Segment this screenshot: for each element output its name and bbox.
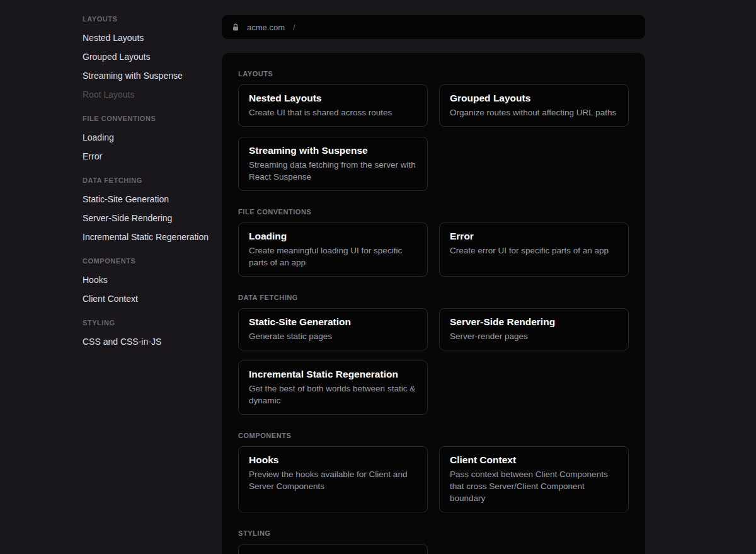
sidebar-item-incremental-static-regeneration[interactable]: Incremental Static Regeneration: [83, 228, 222, 246]
sidebar-item-client-context[interactable]: Client Context: [83, 289, 222, 308]
section-label: COMPONENTS: [238, 432, 629, 440]
card-description: Server-render pages: [450, 330, 618, 342]
card-description: Streaming data fetching from the server …: [249, 159, 417, 183]
card-description: Organize routes without affecting URL pa…: [450, 107, 618, 118]
card-grid: Loading Create meaningful loading UI for…: [238, 222, 629, 277]
sidebar-section-label: COMPONENTS: [83, 257, 222, 265]
sidebar-item-root-layouts: Root Layouts: [83, 85, 222, 104]
card-description: Pass context between Client Components t…: [450, 468, 618, 504]
app-window: LAYOUTS Nested Layouts Grouped Layouts S…: [0, 0, 756, 554]
card-title: Streaming with Suspense: [249, 144, 417, 157]
address-domain: acme.com: [247, 23, 285, 32]
content-panel: LAYOUTS Nested Layouts Create UI that is…: [222, 53, 645, 554]
sidebar-section-file-conventions: FILE CONVENTIONS Loading Error: [83, 114, 222, 166]
main-content: acme.com / LAYOUTS Nested Layouts Create…: [222, 0, 645, 554]
card-loading[interactable]: Loading Create meaningful loading UI for…: [238, 222, 428, 277]
main-section-file-conventions: FILE CONVENTIONS Loading Create meaningf…: [238, 208, 629, 277]
section-label: STYLING: [238, 529, 629, 538]
sidebar-section-layouts: LAYOUTS Nested Layouts Grouped Layouts S…: [83, 14, 222, 104]
main-section-components: COMPONENTS Hooks Preview the hooks avail…: [238, 432, 629, 512]
main-section-styling: STYLING CSS and CSS-in-JS Preview the su…: [238, 529, 629, 554]
card-description: Create UI that is shared across routes: [249, 107, 417, 118]
card-grid: Static-Site Generation Generate static p…: [238, 308, 629, 415]
section-label: LAYOUTS: [238, 70, 629, 78]
sidebar-section-label: LAYOUTS: [83, 14, 222, 23]
card-client-context[interactable]: Client Context Pass context between Clie…: [439, 446, 629, 512]
sidebar-section-label: DATA FETCHING: [83, 176, 222, 185]
sidebar-section-data-fetching: DATA FETCHING Static-Site Generation Ser…: [83, 176, 222, 246]
card-grouped-layouts[interactable]: Grouped Layouts Organize routes without …: [439, 84, 629, 127]
sidebar-section-label: FILE CONVENTIONS: [83, 114, 222, 123]
card-server-side-rendering[interactable]: Server-Side Rendering Server-render page…: [439, 308, 629, 350]
address-bar: acme.com /: [222, 15, 645, 39]
card-static-site-generation[interactable]: Static-Site Generation Generate static p…: [238, 308, 428, 350]
card-grid: CSS and CSS-in-JS Preview the supported …: [238, 544, 629, 554]
card-title: Server-Side Rendering: [450, 315, 618, 328]
card-hooks[interactable]: Hooks Preview the hooks available for Cl…: [238, 446, 428, 512]
sidebar-section-styling: STYLING CSS and CSS-in-JS: [83, 318, 222, 351]
sidebar-item-static-site-generation[interactable]: Static-Site Generation: [83, 190, 222, 209]
card-title: Client Context: [450, 453, 618, 466]
lock-icon: [232, 23, 239, 32]
card-title: Hooks: [249, 453, 417, 466]
card-streaming-with-suspense[interactable]: Streaming with Suspense Streaming data f…: [238, 137, 428, 191]
card-description: Preview the hooks available for Client a…: [249, 468, 417, 492]
sidebar-section-label: STYLING: [83, 318, 222, 327]
card-title: Loading: [249, 229, 417, 243]
card-grid: Hooks Preview the hooks available for Cl…: [238, 446, 629, 512]
main-section-layouts: LAYOUTS Nested Layouts Create UI that is…: [238, 70, 629, 191]
sidebar-item-css-and-css-in-js[interactable]: CSS and CSS-in-JS: [83, 332, 222, 351]
card-description: Create meaningful loading UI for specifi…: [249, 245, 417, 268]
sidebar-item-grouped-layouts[interactable]: Grouped Layouts: [83, 47, 222, 66]
card-description: Create error UI for specific parts of an…: [450, 245, 618, 257]
card-title: Incremental Static Regeneration: [249, 367, 417, 381]
card-title: Static-Site Generation: [249, 315, 417, 328]
sidebar: LAYOUTS Nested Layouts Grouped Layouts S…: [0, 0, 222, 554]
card-incremental-static-regeneration[interactable]: Incremental Static Regeneration Get the …: [238, 361, 428, 415]
card-title: Grouped Layouts: [450, 91, 618, 105]
address-path: /: [293, 23, 295, 32]
section-label: DATA FETCHING: [238, 294, 629, 302]
card-title: Nested Layouts: [249, 91, 417, 105]
sidebar-item-streaming-with-suspense[interactable]: Streaming with Suspense: [83, 66, 222, 85]
sidebar-item-error[interactable]: Error: [83, 147, 222, 166]
card-grid: Nested Layouts Create UI that is shared …: [238, 84, 629, 191]
sidebar-item-nested-layouts[interactable]: Nested Layouts: [83, 28, 222, 47]
card-nested-layouts[interactable]: Nested Layouts Create UI that is shared …: [238, 84, 428, 127]
card-title: CSS and CSS-in-JS: [249, 551, 417, 554]
card-css-and-css-in-js[interactable]: CSS and CSS-in-JS Preview the supported …: [238, 544, 428, 554]
card-description: Generate static pages: [249, 330, 417, 342]
sidebar-item-server-side-rendering[interactable]: Server-Side Rendering: [83, 209, 222, 228]
card-error[interactable]: Error Create error UI for specific parts…: [439, 222, 629, 277]
card-title: Error: [450, 229, 618, 243]
sidebar-item-hooks[interactable]: Hooks: [83, 270, 222, 289]
sidebar-section-components: COMPONENTS Hooks Client Context: [83, 257, 222, 308]
sidebar-item-loading[interactable]: Loading: [83, 128, 222, 147]
section-label: FILE CONVENTIONS: [238, 208, 629, 216]
card-description: Get the best of both worlds between stat…: [249, 383, 417, 407]
main-section-data-fetching: DATA FETCHING Static-Site Generation Gen…: [238, 294, 629, 415]
